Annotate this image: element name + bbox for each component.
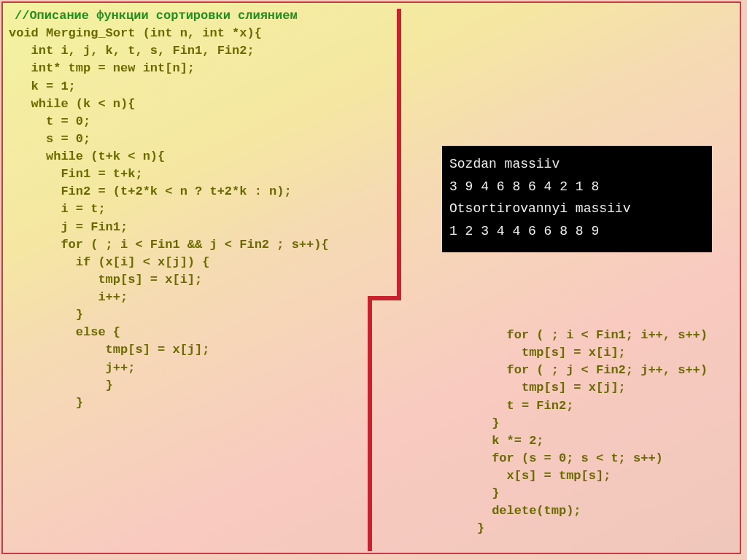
console-line: 1 2 3 4 4 6 6 8 8 9 xyxy=(449,220,702,243)
divider-seg xyxy=(368,299,372,551)
code-left-body: void Merging_Sort (int n, int *x){ int i… xyxy=(9,26,329,410)
divider-seg xyxy=(397,9,401,300)
console-output: Sozdan massiiv 3 9 4 6 8 6 4 2 1 8 Otsor… xyxy=(442,146,712,252)
console-line: Sozdan massiiv xyxy=(449,153,702,176)
code-block-left: //Описание функции сортировки слиянием v… xyxy=(9,7,329,412)
slide-card: //Описание функции сортировки слиянием v… xyxy=(1,1,741,554)
divider-seg xyxy=(368,296,401,300)
code-comment: //Описание функции сортировки слиянием xyxy=(9,6,298,23)
console-line: 3 9 4 6 8 6 4 2 1 8 xyxy=(449,176,702,198)
code-block-right: for ( ; i < Fin1; i++, s++) tmp[s] = x[i… xyxy=(470,327,708,538)
console-line: Otsortirovannyi massiiv xyxy=(449,198,702,220)
